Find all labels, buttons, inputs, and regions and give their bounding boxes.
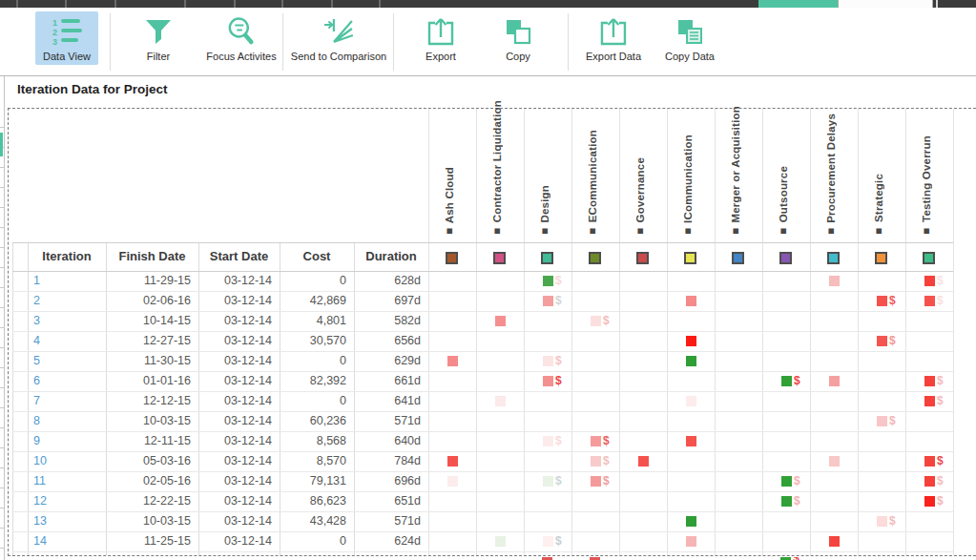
risk-impact-square[interactable] — [686, 396, 696, 406]
gridline — [715, 109, 716, 555]
start-date-cell: 03-12-14 — [198, 511, 280, 531]
risk-impact-square[interactable] — [924, 456, 935, 467]
iteration-link[interactable]: 12 — [28, 491, 106, 511]
risk-impact-square[interactable] — [543, 436, 553, 446]
risk-impact-square[interactable] — [638, 456, 649, 467]
toolbar-button-copy-data[interactable]: Copy Data — [657, 11, 722, 65]
risk-impact-square[interactable] — [495, 316, 506, 326]
toolbar-separator — [393, 13, 394, 71]
toolbar-button-label: Copy Data — [665, 51, 715, 62]
toolbar-button-filter[interactable]: Filter — [135, 11, 182, 65]
risk-column-header[interactable]: ■ Strategic — [873, 174, 884, 238]
risk-impact-square[interactable] — [924, 276, 935, 286]
risk-cost-dollar: $ — [555, 351, 562, 371]
toolbar-button-send-to-comparison[interactable]: Send to Comparison — [283, 11, 394, 65]
toolbar-button-export[interactable]: Export — [417, 11, 465, 65]
risk-column-header[interactable]: ■ Procurement Delays — [825, 114, 837, 238]
risk-impact-square[interactable] — [829, 276, 840, 286]
risk-impact-square[interactable] — [924, 376, 935, 386]
risk-column-header[interactable]: ■ ECommunication — [587, 130, 598, 238]
column-header-cost[interactable]: Cost — [280, 242, 354, 271]
cost-cell: 60,236 — [280, 411, 354, 431]
risk-impact-square[interactable] — [447, 476, 458, 487]
risk-impact-square[interactable] — [543, 476, 553, 487]
risk-column-header[interactable]: ■ Design — [539, 185, 550, 238]
risk-impact-square[interactable] — [829, 536, 840, 547]
risk-impact-square[interactable] — [686, 356, 696, 366]
risk-impact-square[interactable] — [781, 376, 792, 386]
risk-impact-square[interactable] — [781, 496, 792, 507]
risk-impact-square[interactable] — [686, 436, 696, 446]
risk-impact-square[interactable] — [543, 356, 553, 366]
toolbar-button-focus-activites[interactable]: Focus Activites — [198, 11, 283, 65]
iteration-link[interactable]: 6 — [28, 371, 106, 391]
iteration-link[interactable]: 14 — [28, 531, 106, 551]
risk-impact-square[interactable] — [447, 356, 458, 366]
risk-impact-square[interactable] — [924, 476, 935, 487]
toolbar-button-data-view[interactable]: 1 2 3 Data View — [35, 11, 98, 65]
iteration-link[interactable]: 13 — [28, 511, 106, 531]
risk-impact-square[interactable] — [781, 476, 792, 487]
risk-impact-square[interactable] — [591, 316, 601, 326]
iteration-link[interactable]: 4 — [28, 331, 106, 351]
left-splitter-line[interactable] — [4, 76, 5, 560]
svg-text:1: 1 — [52, 18, 57, 28]
toolbar: 1 2 3 Data View Filter — [0, 8, 976, 76]
iteration-link[interactable]: 2 — [28, 291, 106, 311]
column-header-finish-date[interactable]: Finish Date — [106, 242, 198, 271]
active-tab-indicator[interactable] — [758, 0, 838, 8]
risk-impact-square[interactable] — [877, 296, 887, 306]
risk-column-header[interactable]: ■ ICommunication — [682, 135, 694, 238]
risk-impact-square[interactable] — [686, 516, 696, 527]
risk-impact-square[interactable] — [686, 536, 696, 547]
risk-column-header[interactable]: ■ Merger or Acquisition — [730, 106, 741, 238]
risk-impact-square[interactable] — [543, 296, 553, 306]
risk-impact-square[interactable] — [877, 416, 887, 426]
risk-impact-square[interactable] — [924, 296, 935, 306]
start-date-cell: 03-12-14 — [198, 311, 280, 331]
risk-impact-square[interactable] — [877, 516, 887, 527]
risk-impact-square[interactable] — [591, 476, 601, 487]
column-header-iteration[interactable]: Iteration — [28, 242, 106, 271]
risk-impact-square[interactable] — [543, 276, 553, 286]
iteration-link[interactable]: 10 — [28, 451, 106, 471]
risk-impact-square[interactable] — [829, 376, 840, 386]
risk-impact-square[interactable] — [829, 456, 840, 467]
copy-data-icon — [674, 15, 706, 48]
column-header-start-date[interactable]: Start Date — [198, 242, 280, 271]
toolbar-button-label: Filter — [142, 51, 175, 62]
iteration-link[interactable]: 3 — [28, 311, 106, 331]
risk-impact-square[interactable] — [924, 496, 935, 507]
iteration-link[interactable]: 7 — [28, 391, 106, 411]
iteration-link[interactable]: 1 — [28, 271, 106, 291]
risk-impact-square[interactable] — [495, 396, 506, 406]
risk-impact-square[interactable] — [591, 456, 601, 467]
risk-column-header[interactable]: ■ Ash Cloud — [444, 167, 455, 238]
toolbar-button-copy[interactable]: Copy — [494, 11, 542, 65]
risk-impact-square[interactable] — [543, 536, 553, 547]
duration-cell: 640d — [354, 431, 428, 451]
toolbar-button-label: Copy — [502, 51, 534, 62]
iteration-link[interactable]: 9 — [28, 431, 106, 451]
risk-cost-dollar: $ — [794, 491, 800, 511]
column-header-duration[interactable]: Duration — [354, 242, 428, 271]
risk-impact-square[interactable] — [686, 336, 696, 346]
risk-column-header[interactable]: ■ Outsource — [778, 166, 789, 238]
risk-impact-square[interactable] — [686, 296, 696, 306]
risk-impact-square[interactable] — [495, 536, 506, 547]
risk-impact-square[interactable] — [447, 456, 458, 467]
toolbar-button-export-data[interactable]: Export Data — [578, 11, 649, 65]
iteration-link[interactable]: 8 — [28, 411, 106, 431]
risk-impact-square[interactable] — [877, 336, 887, 346]
left-panel-teal-handle[interactable] — [0, 133, 3, 156]
iteration-link[interactable]: 11 — [28, 471, 106, 491]
risk-column-header[interactable]: ■ Testing Overrun — [921, 135, 932, 238]
copy-icon — [502, 15, 534, 48]
duration-cell: 661d — [354, 371, 428, 391]
risk-column-header[interactable]: ■ Governance — [634, 157, 646, 238]
risk-column-header[interactable]: ■ Contractor Liquidation — [491, 100, 503, 238]
iteration-link[interactable]: 5 — [28, 351, 106, 371]
risk-impact-square[interactable] — [924, 396, 935, 406]
risk-impact-square[interactable] — [543, 376, 553, 386]
risk-impact-square[interactable] — [591, 436, 601, 446]
